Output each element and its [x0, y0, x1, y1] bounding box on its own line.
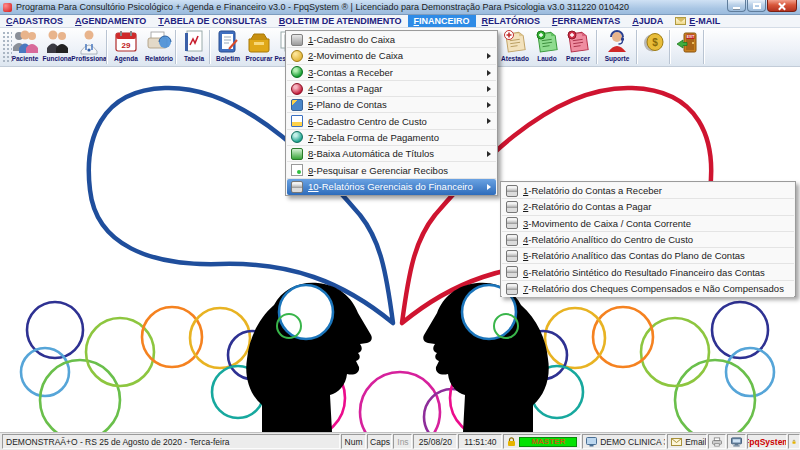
printer-icon — [506, 234, 518, 246]
menu-boletim-de-atendimento[interactable]: BOLETIM DE ATENDIMENTO — [273, 15, 408, 27]
cash-register-icon — [291, 34, 303, 46]
printer-panel[interactable] — [708, 434, 726, 449]
printer-icon — [291, 181, 303, 193]
certificate-note-icon — [501, 29, 529, 55]
suporte-button[interactable]: Suporte — [600, 29, 634, 66]
maximize-button[interactable] — [747, 0, 766, 12]
lock-icon — [507, 437, 516, 447]
coins-icon — [291, 50, 303, 62]
paciente-button[interactable]: Paciente — [8, 29, 42, 66]
procurar-button[interactable]: Procurar — [244, 29, 274, 66]
title-bar: Programa Para Consultório Psicológico + … — [0, 0, 800, 15]
menu-item-pesquisar-e-gerenciar-recibos[interactable]: 9-Pesquisar e Gerenciar Recibos — [287, 162, 496, 178]
menu-ajuda[interactable]: AJUDA — [626, 15, 669, 27]
minimize-button[interactable] — [727, 0, 746, 12]
atestado-button[interactable]: Atestado — [498, 29, 532, 66]
submenu-arrow-icon — [487, 184, 491, 190]
submenu-arrow-icon — [487, 70, 491, 76]
laudo-button[interactable]: Laudo — [533, 29, 561, 66]
coin-button[interactable]: $ — [640, 29, 668, 66]
cost-center-icon — [291, 115, 303, 127]
menu-item-movimento-de-caixa[interactable]: 2-Movimento de Caixa — [287, 48, 496, 64]
staff-icon — [43, 29, 71, 55]
green-note-icon — [533, 29, 561, 55]
menu-tabela-de-consultas[interactable]: TABELA DE CONSULTAS — [152, 15, 272, 27]
svg-text:$: $ — [652, 37, 658, 48]
menu-item-cadastro-do-caixa[interactable]: 1-Cadastro do Caixa — [287, 32, 496, 48]
monitor-icon — [731, 437, 742, 447]
status-message: DEMONSTRAÃ+O - RS 25 de Agosto de 2020 -… — [2, 434, 340, 449]
patients-icon — [11, 29, 39, 55]
menu-item-tabela-forma-de-pagamento[interactable]: 7-Tabela Forma de Pagamento — [287, 130, 496, 146]
security-panel — [788, 434, 800, 449]
submenu-arrow-icon — [487, 151, 491, 157]
menu-bar: CADASTROS AGENDAMENTO TABELA DE CONSULTA… — [0, 15, 800, 28]
menu-agendamento[interactable]: AGENDAMENTO — [69, 15, 152, 27]
status-date: 25/08/20 — [413, 434, 457, 449]
submenu-item-relatorio-contas-a-pagar[interactable]: 2-Relatório do Contas a Pagar — [502, 199, 794, 215]
user-level-badge: MASTER — [519, 437, 577, 447]
receipts-icon — [291, 164, 303, 176]
printer-icon — [506, 185, 518, 197]
left-head-silhouette — [246, 283, 372, 432]
agenda-button[interactable]: 29 Agenda — [111, 29, 141, 66]
submenu-item-relatorio-cheques-compensados[interactable]: 7-Relatório dos Cheques Compensados e Nã… — [502, 281, 794, 297]
menu-item-contas-a-receber[interactable]: 3-Contas a Receber — [287, 65, 496, 81]
email-label: Email — [685, 437, 706, 447]
submenu-arrow-icon — [487, 102, 491, 108]
menu-item-relatorios-gerenciais[interactable]: 10-Relatórios Gerenciais do Financeiro — [287, 179, 496, 195]
profissional-button[interactable]: Profissiona — [72, 29, 106, 66]
menu-ferramentas[interactable]: FERRAMENTAS — [546, 15, 626, 27]
menu-item-cadastro-centro-de-custo[interactable]: 6-Cadastro Centro de Custo — [287, 113, 496, 129]
payment-form-icon — [291, 131, 303, 143]
red-dollar-ball-icon — [291, 83, 303, 95]
menu-email[interactable]: E-MAIL — [669, 15, 726, 27]
menu-item-baixa-automatica-de-titulos[interactable]: 8-Baixa Automática de Títulos — [287, 146, 496, 162]
submenu-arrow-icon — [487, 86, 491, 92]
menu-item-contas-a-pagar[interactable]: 4-Contas a Pagar — [287, 81, 496, 97]
num-lock-indicator: Num — [341, 434, 367, 449]
caps-lock-indicator: Caps — [367, 434, 392, 449]
menu-cadastros[interactable]: CADASTROS — [0, 15, 69, 27]
printer-icon — [712, 437, 722, 447]
status-time: 11:51:40 — [458, 434, 502, 449]
close-button[interactable] — [767, 0, 797, 12]
support-agent-icon — [604, 29, 630, 55]
tabela-button[interactable]: Tabela — [179, 29, 209, 66]
submenu-item-relatorio-analitico-plano-contas[interactable]: 5-Relatório Analítico das Contas do Plan… — [502, 248, 794, 264]
financeiro-dropdown-menu: 1-Cadastro do Caixa 2-Movimento de Caixa… — [285, 30, 498, 196]
parecer-button[interactable]: Parecer — [562, 29, 594, 66]
user-level-panel: MASTER — [503, 434, 581, 449]
clinic-name: DEMO CLINICA 3.0 — [600, 437, 666, 447]
printer-icon — [506, 201, 518, 213]
menu-financeiro[interactable]: FINANCEIRO — [408, 15, 476, 27]
report-printer-icon — [145, 29, 173, 55]
email-panel[interactable]: Email — [667, 434, 707, 449]
accounts-folder-icon — [291, 99, 303, 111]
exit-button[interactable]: EXIT — [672, 29, 702, 66]
monitor-panel[interactable] — [727, 434, 746, 449]
brand-panel: FpqSystem — [747, 434, 787, 449]
relatorio-button[interactable]: Relatório — [142, 29, 176, 66]
submenu-item-movimento-caixa-conta-corrente[interactable]: 3-Movimento de Caixa / Conta Corrente — [502, 216, 794, 232]
submenu-item-relatorio-contas-a-receber[interactable]: 1-Relatório do Contas a Receber — [502, 183, 794, 199]
app-window: Programa Para Consultório Psicológico + … — [0, 0, 800, 450]
submenu-item-relatorio-sintetico-resultado[interactable]: 6-Relatório Sintético do Resultado Finan… — [502, 264, 794, 280]
red-note-icon — [564, 29, 592, 55]
boletim-button[interactable]: Boletim — [213, 29, 243, 66]
green-dollar-ball-icon — [291, 66, 303, 78]
printer-icon — [506, 283, 518, 295]
funcionario-button[interactable]: Funciona — [41, 29, 73, 66]
submenu-item-relatorio-analitico-centro-custo[interactable]: 4-Relatório Analítico do Centro de Custo — [502, 232, 794, 248]
menu-item-plano-de-contas[interactable]: 5-Plano de Contas — [287, 97, 496, 113]
window-title: Programa Para Consultório Psicológico + … — [16, 2, 629, 12]
brand-label: FpqSystem — [747, 437, 787, 447]
email-icon — [671, 438, 682, 446]
envelope-icon — [675, 17, 686, 25]
app-icon — [3, 3, 12, 12]
printer-icon — [506, 266, 518, 278]
computer-icon — [586, 437, 597, 447]
printer-icon — [506, 217, 518, 229]
menu-relatorios[interactable]: RELATÓRIOS — [476, 15, 546, 27]
clipboard-icon — [215, 29, 241, 55]
